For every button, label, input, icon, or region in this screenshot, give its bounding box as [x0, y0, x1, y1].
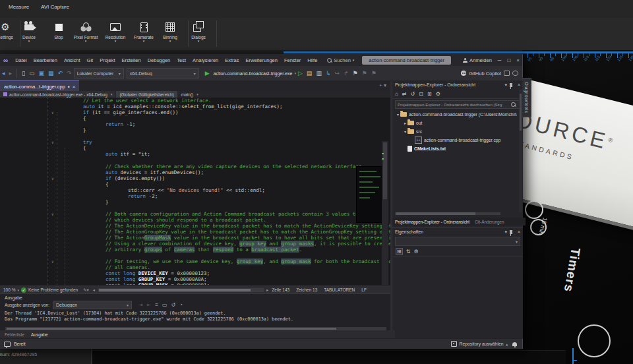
breadcrumb-project[interactable]: action-command-broadcast-trigger.exe - x…	[0, 91, 115, 98]
menu-item-erstellen[interactable]: Erstellen	[121, 57, 140, 63]
settings-icon[interactable]: ⚙	[436, 91, 440, 97]
solution-explorer-search[interactable]: Projektmappen-Explorer - Ordneransicht d…	[395, 100, 520, 109]
sign-in-button[interactable]: Anmelden	[463, 57, 492, 63]
fold-marker-icon[interactable]: ∨	[51, 211, 54, 217]
output-source-dropdown[interactable]: Debuggen ▾	[53, 301, 132, 309]
feedback-icon[interactable]	[512, 71, 518, 76]
breadcrumb-member[interactable]: main() ▾	[178, 91, 202, 98]
expand-icon[interactable]: ⊞	[427, 91, 432, 97]
configuration-dropdown[interactable]: x64-Debug ▾	[127, 68, 199, 78]
undo-icon[interactable]: ↶	[58, 70, 63, 76]
ribbon-button-pixel-format[interactable]: Pixel Format▾	[71, 19, 100, 49]
step-into-icon[interactable]: ↳	[326, 70, 331, 76]
chevron-down-icon[interactable]: ▾	[504, 229, 507, 235]
target-machine-dropdown[interactable]: Lokaler Computer ▾	[74, 68, 124, 78]
start-debugging-button[interactable]: ▶ action-command-broadcast-trigger.exe ▾	[203, 70, 296, 76]
menu-item-test[interactable]: Test	[177, 57, 186, 63]
tree-item[interactable]: ▾src	[392, 127, 523, 136]
collapse-all-icon[interactable]: ⊟	[419, 91, 423, 97]
wrap-icon[interactable]: ≡	[155, 302, 158, 308]
menu-item-erweiterungen[interactable]: Erweiterungen	[246, 57, 278, 63]
github-copilot-icon[interactable]	[461, 71, 466, 76]
output-text[interactable]: Der Thread 'IC4.Device_Lost' (17304) hat…	[0, 309, 390, 322]
minimize-button[interactable]: ─	[498, 57, 502, 63]
redo-icon[interactable]: ↷	[67, 70, 72, 76]
menu-item-bearbeiten[interactable]: Bearbeiten	[34, 57, 57, 63]
save-icon[interactable]: ▣	[39, 70, 45, 76]
solution-title-pill[interactable]: action-command-broadcast-trigger	[362, 56, 451, 65]
package-icon[interactable]: ▤	[307, 70, 313, 76]
window-layout-icon[interactable]: ▥	[316, 70, 322, 76]
clock-icon[interactable]: ◔	[179, 302, 183, 308]
breadcrumb-scope[interactable]: (Globaler Gültigkeitsbereich)	[116, 91, 177, 98]
menu-item-fenster[interactable]: Fenster	[284, 57, 301, 63]
menu-item-analysieren[interactable]: Analysieren	[193, 57, 218, 63]
capture-tab-measure[interactable]: Measure	[9, 4, 29, 10]
navigate-forward-icon[interactable]: ▸	[9, 70, 13, 76]
navigate-back-icon[interactable]: ◂	[2, 70, 5, 76]
close-icon[interactable]: ×	[518, 82, 520, 87]
fold-marker-icon[interactable]: ∨	[51, 175, 54, 181]
menu-item-hilfe[interactable]: Hilfe	[307, 57, 317, 63]
ribbon-button-binning[interactable]: Binning▾	[156, 19, 185, 49]
editor-vertical-scrollbar[interactable]	[382, 141, 388, 285]
eol-mode[interactable]: LF	[361, 288, 367, 292]
chat-icon[interactable]	[504, 71, 510, 76]
tree-item[interactable]: ▾action-command-broadcast-trigger (C:\Us…	[392, 110, 523, 119]
explorer-horizontal-scrollbar[interactable]	[395, 212, 500, 215]
menu-item-ansicht[interactable]: Ansicht	[64, 57, 80, 63]
document-tab[interactable]: action-comma...t-trigger.cpp ▪ ×	[0, 80, 79, 92]
indent-mode[interactable]: TABULATOREN	[324, 288, 355, 292]
close-button[interactable]: ×	[516, 57, 520, 63]
sort-icon[interactable]: ⇅	[406, 249, 411, 255]
properties-object-dropdown[interactable]: ▾	[395, 237, 520, 246]
explorer-tab-1[interactable]: Git-Änderungen	[475, 220, 504, 224]
home-icon[interactable]: ⌂	[395, 91, 398, 97]
notifications-bell-icon[interactable]	[512, 342, 517, 346]
select-repository-button[interactable]: Repository auswählen ▴	[451, 341, 508, 347]
capture-tab-avi-capture[interactable]: AVI Capture	[41, 4, 69, 10]
close-icon[interactable]: ×	[518, 229, 520, 234]
bookmark-icon[interactable]: ⚑	[353, 70, 358, 76]
ribbon-button-dialogs[interactable]: Dialogs▾	[184, 19, 213, 49]
tree-item[interactable]: ▸out	[392, 119, 523, 127]
step-out-icon[interactable]: ↱	[344, 70, 349, 76]
ribbon-button-framerate[interactable]: Framerate▾	[129, 19, 158, 49]
menu-item-projekt[interactable]: Projekt	[100, 57, 115, 63]
tree-expander-icon[interactable]: ▾	[403, 129, 407, 134]
jump-prev-icon[interactable]: ⇤	[147, 302, 152, 308]
ribbon-button-stop[interactable]: Stop	[44, 19, 73, 49]
menu-item-datei[interactable]: Datei	[15, 57, 27, 63]
tree-item[interactable]: CMakeLists.txt	[392, 144, 523, 153]
tab-bar-overflow-icon[interactable]: + ▾	[379, 82, 386, 88]
fold-marker-icon[interactable]: ∨	[51, 109, 54, 115]
jump-next-icon[interactable]: ⇥	[138, 302, 143, 308]
step-over-icon[interactable]: ↪	[334, 70, 340, 76]
edit-tracking-icon[interactable]: ✎▾	[83, 288, 89, 293]
sync-icon[interactable]: ⇄	[402, 91, 407, 97]
open-folder-icon[interactable]: ▭	[29, 70, 35, 76]
start-without-debugging-icon[interactable]: ▷	[298, 70, 303, 76]
refresh-icon[interactable]: ↺	[411, 91, 415, 97]
tree-expander-icon[interactable]: ▸	[403, 121, 407, 125]
pin-icon[interactable]	[510, 230, 512, 234]
clear-all-icon[interactable]: ▭	[162, 302, 167, 308]
pin-icon[interactable]	[510, 83, 512, 87]
fold-marker-icon[interactable]: ∨	[51, 258, 54, 264]
tree-item[interactable]: ++action-command-broadcast-trigger.cpp	[392, 136, 523, 144]
menu-item-git[interactable]: Git	[87, 57, 94, 63]
menu-item-debuggen[interactable]: Debuggen	[148, 57, 171, 63]
new-file-icon[interactable]: ▯	[22, 70, 25, 76]
scroll-right-icon[interactable]: ▸	[266, 288, 268, 293]
chevron-down-icon[interactable]: ▾	[504, 82, 507, 88]
zoom-level[interactable]: 100 %	[3, 288, 15, 292]
settings-icon[interactable]: ⚙	[413, 249, 418, 255]
explorer-tab-0[interactable]: Projektmappen-Explorer - Ordneransicht	[395, 220, 469, 224]
ribbon-button-device[interactable]: Device▾	[15, 19, 44, 49]
diagnostics-tool-tab[interactable]: Diagnosetools	[522, 78, 531, 117]
menu-item-extras[interactable]: Extras	[225, 57, 239, 63]
scroll-left-icon[interactable]: ◂	[93, 288, 95, 293]
refresh-icon[interactable]: ↺	[171, 302, 176, 308]
bookmark-prev-icon[interactable]: ⚑	[362, 70, 367, 76]
save-all-icon[interactable]: ▦	[48, 70, 54, 76]
